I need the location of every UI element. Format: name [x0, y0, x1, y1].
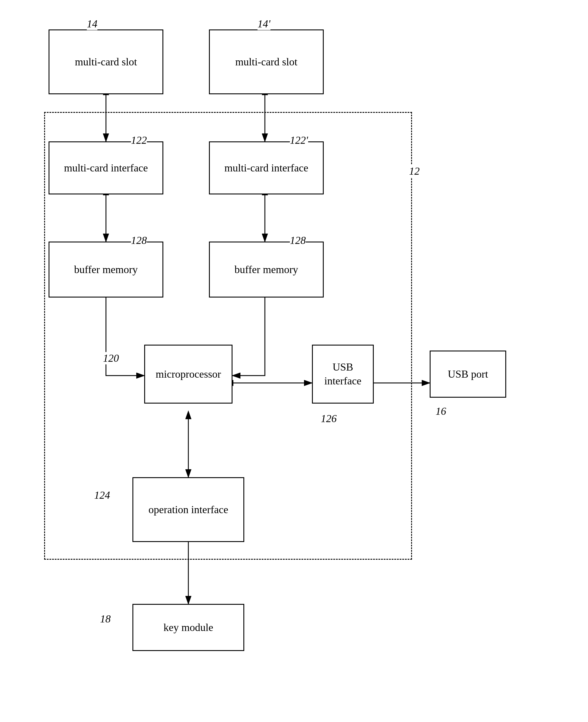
label-14: 14: [87, 18, 98, 30]
multi-card-interface-1: multi-card interface: [48, 141, 163, 195]
operation-interface-box: operation interface: [132, 477, 244, 542]
multi-card-slot-2: multi-card slot: [209, 29, 324, 94]
label-128-right: 128: [290, 234, 306, 246]
label-122: 122: [131, 134, 147, 146]
label-128-left: 128: [131, 234, 147, 246]
multi-card-interface-2: multi-card interface: [209, 141, 324, 195]
microprocessor-box: microprocessor: [144, 345, 232, 404]
diagram: 12 multi-card slot 14 multi-card slot 14…: [0, 0, 588, 722]
label-120: 120: [103, 352, 119, 364]
usb-port-box: USB port: [430, 350, 506, 398]
key-module-box: key module: [132, 604, 244, 651]
label-12: 12: [409, 165, 420, 177]
label-126: 126: [321, 413, 337, 425]
label-18: 18: [100, 613, 111, 625]
label-122-prime: 122': [290, 134, 308, 146]
label-124: 124: [94, 489, 110, 501]
label-14-prime: 14': [257, 18, 270, 30]
buffer-memory-2: buffer memory: [209, 242, 324, 298]
usb-interface-box: USB interface: [312, 345, 374, 404]
buffer-memory-1: buffer memory: [48, 242, 163, 298]
multi-card-slot-1: multi-card slot: [48, 29, 163, 94]
label-16: 16: [436, 405, 446, 417]
